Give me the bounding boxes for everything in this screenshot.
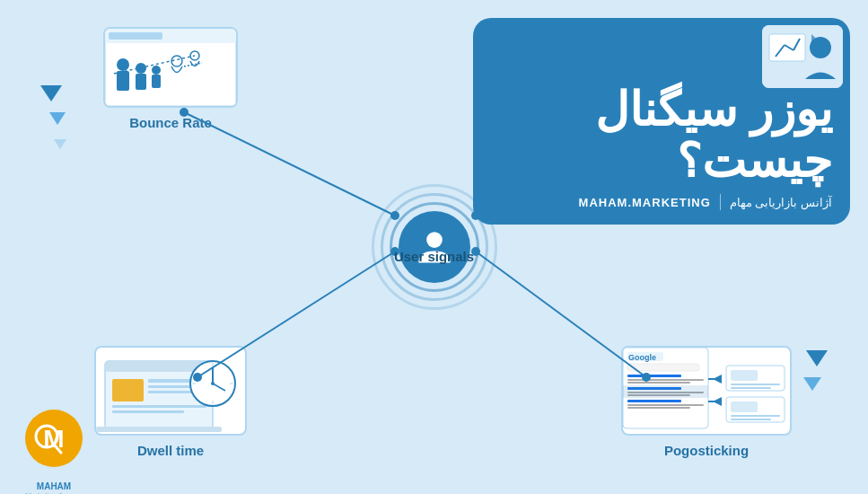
dwell-time-node: Dwell time [90, 346, 251, 458]
svg-rect-40 [96, 427, 222, 432]
maham-logo-svg: M [18, 404, 90, 476]
svg-point-75 [426, 232, 443, 248]
bounce-rate-illustration [103, 27, 238, 108]
svg-rect-34 [112, 379, 144, 401]
triangle-decor-4 [806, 350, 828, 366]
overlay-title: یوزر سیگنال چیست؟ [491, 84, 832, 187]
pogosticking-node: Google [617, 346, 796, 458]
svg-rect-68 [731, 370, 758, 381]
svg-rect-38 [112, 405, 206, 408]
svg-rect-74 [731, 419, 771, 420]
maham-brand-name: MAHAM [18, 481, 90, 491]
pogosticking-illustration: Google [621, 346, 792, 436]
svg-text:Google: Google [628, 353, 656, 362]
svg-rect-61 [627, 407, 690, 409]
user-circle [399, 211, 470, 283]
svg-rect-52 [627, 364, 699, 371]
svg-point-15 [117, 58, 129, 71]
bounce-rate-label: Bounce Rate [129, 115, 212, 130]
svg-rect-16 [117, 71, 129, 91]
svg-rect-73 [731, 415, 780, 417]
user-signals-label: User signals [394, 249, 474, 264]
maham-logo: M MAHAM Marketing Agency [18, 404, 90, 476]
svg-rect-59 [627, 400, 681, 402]
dwell-time-illustration [94, 346, 247, 436]
svg-rect-13 [109, 32, 162, 40]
svg-rect-18 [136, 74, 146, 90]
svg-rect-70 [731, 387, 771, 389]
svg-rect-78 [769, 34, 805, 61]
svg-rect-69 [731, 384, 780, 385]
svg-rect-39 [112, 410, 184, 413]
overlay-footer: MAHAM.MARKETING آژانس بازاریابی مهام [491, 194, 832, 210]
triangle-decor-3 [54, 139, 66, 149]
svg-point-19 [152, 66, 161, 75]
bounce-rate-node: Bounce Rate [99, 27, 242, 130]
pogosticking-label: Pogosticking [664, 443, 749, 458]
svg-rect-72 [731, 401, 758, 412]
overlay-card: یوزر سیگنال چیست؟ MAHAM.MARKETING آژانس … [473, 18, 850, 225]
overlay-divider [720, 194, 721, 210]
svg-point-17 [136, 63, 146, 74]
triangle-decor-2 [49, 112, 66, 125]
svg-rect-54 [627, 379, 704, 381]
svg-rect-60 [627, 404, 704, 406]
svg-rect-62 [623, 385, 708, 398]
triangle-decor-5 [803, 377, 821, 391]
svg-rect-55 [627, 382, 690, 384]
svg-rect-53 [627, 375, 681, 377]
overlay-agency: آژانس بازاریابی مهام [730, 196, 832, 209]
svg-rect-20 [152, 75, 161, 88]
triangle-decor-1 [40, 85, 62, 101]
overlay-brand: MAHAM.MARKETING [579, 196, 711, 209]
dwell-time-label: Dwell time [137, 443, 204, 458]
overlay-thumbnail [762, 25, 843, 88]
